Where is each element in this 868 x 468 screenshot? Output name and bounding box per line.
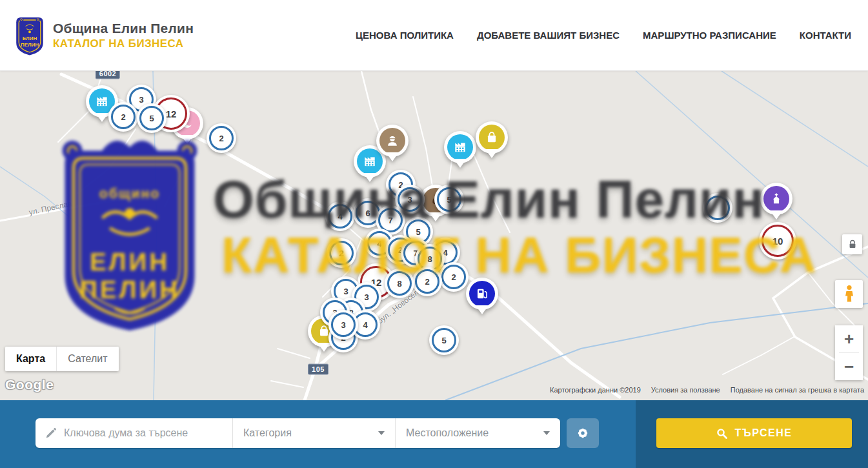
lock-control[interactable] xyxy=(842,234,862,254)
attribution-copyright: Картографски данни ©2019 xyxy=(550,386,641,394)
map-marker-pin-bag[interactable] xyxy=(476,121,508,154)
map-marker-pin-worker[interactable] xyxy=(376,125,409,157)
nav-add-business[interactable]: ДОБАВЕТЕ ВАШИЯТ БИЗНЕС xyxy=(477,30,620,41)
search-button[interactable]: ТЪРСЕНЕ xyxy=(656,418,852,448)
zoom-control: + − xyxy=(835,325,863,380)
search-button-label: ТЪРСЕНЕ xyxy=(735,427,792,439)
google-logo[interactable]: Google xyxy=(5,377,54,392)
map-marker-pin-factory[interactable] xyxy=(444,131,476,163)
page: ЕЛИН ПЕЛИН Община Елин Пелин КАТАЛОГ НА … xyxy=(0,0,868,468)
chevron-down-icon xyxy=(543,431,550,435)
search-fields: Категория Местоположение xyxy=(35,418,560,448)
map-marker-cluster[interactable]: 5 xyxy=(137,103,167,133)
nav-route-schedule[interactable]: МАРШРУТНО РАЗПИСАНИЕ xyxy=(643,30,776,41)
lock-icon xyxy=(848,239,857,250)
location-select-value: Местоположение xyxy=(406,427,489,439)
map-marker-cluster[interactable]: 5 xyxy=(429,325,459,355)
map-marker-cluster[interactable]: 2 xyxy=(327,238,356,268)
map-marker-cluster[interactable]: 5 xyxy=(434,185,464,214)
brand-title: Община Елин Пелин xyxy=(53,21,194,36)
attribution-terms-link[interactable]: Условия за ползване xyxy=(651,386,720,394)
map-attribution: Картографски данни ©2019 Условия за полз… xyxy=(550,386,864,394)
map-marker-cluster[interactable]: 3 xyxy=(328,310,358,340)
keyword-input[interactable] xyxy=(64,427,225,439)
map-marker-pin-church[interactable] xyxy=(760,183,792,215)
attribution-report-link[interactable]: Подаване на сигнал за грешка в картата xyxy=(731,386,864,394)
nav-pricing-policy[interactable]: ЦЕНОВА ПОЛИТИКА xyxy=(356,30,454,41)
map-marker-cluster[interactable]: 10 xyxy=(759,222,796,259)
map-type-map-button[interactable]: Карта xyxy=(5,347,57,371)
location-select[interactable]: Местоположение xyxy=(395,418,560,448)
map-type-control: Карта Сателит xyxy=(5,347,119,371)
nav-contacts[interactable]: КОНТАКТИ xyxy=(800,30,851,41)
map-type-satellite-button[interactable]: Сателит xyxy=(57,347,118,371)
map-marker-cluster[interactable]: 2 xyxy=(412,267,442,296)
gear-icon xyxy=(576,426,590,440)
svg-text:ЕЛИН: ЕЛИН xyxy=(23,36,37,41)
brand-subtitle: КАТАЛОГ НА БИЗНЕСА xyxy=(53,37,194,50)
road-shield-label: 105 xyxy=(308,364,328,375)
site-header: ЕЛИН ПЕЛИН Община Елин Пелин КАТАЛОГ НА … xyxy=(0,0,868,71)
category-select-value: Категория xyxy=(243,427,292,439)
zoom-in-button[interactable]: + xyxy=(835,325,863,352)
map-marker-cluster[interactable]: 8 xyxy=(385,269,414,298)
search-panel: ТЪРСЕНЕ xyxy=(636,400,868,468)
map-marker-cluster[interactable]: 2 xyxy=(207,123,236,153)
brand-text: Община Елин Пелин КАТАЛОГ НА БИЗНЕСА xyxy=(53,21,194,50)
search-icon xyxy=(716,428,727,439)
advanced-settings-button[interactable] xyxy=(567,418,599,448)
search-bar: Категория Местоположение ТЪРСЕНЕ xyxy=(0,400,868,468)
pencil-icon xyxy=(45,427,57,440)
brand[interactable]: ЕЛИН ПЕЛИН Община Елин Пелин КАТАЛОГ НА … xyxy=(14,15,194,56)
pegman-icon xyxy=(842,284,856,304)
map-canvas[interactable]: 6002105 ул. Преславбул. „Новосел 3122522… xyxy=(0,71,868,400)
zoom-out-button[interactable]: − xyxy=(835,353,863,380)
keyword-field xyxy=(35,418,232,448)
road-shield-label: 6002 xyxy=(96,71,120,79)
map-marker-cluster[interactable]: 2 xyxy=(108,102,138,132)
map-marker-cluster[interactable] xyxy=(703,193,732,223)
map-marker-cluster[interactable]: 4 xyxy=(325,201,355,231)
svg-text:ПЕЛИН: ПЕЛИН xyxy=(21,41,39,47)
map-marker-pin-fuel[interactable] xyxy=(466,278,498,310)
map-marker-cluster[interactable]: 2 xyxy=(439,262,469,292)
main-nav: ЦЕНОВА ПОЛИТИКА ДОБАВЕТЕ ВАШИЯТ БИЗНЕС М… xyxy=(356,30,851,41)
category-select[interactable]: Категория xyxy=(232,418,395,448)
street-view-pegman[interactable] xyxy=(835,280,863,308)
chevron-down-icon xyxy=(378,431,385,435)
municipality-logo-icon: ЕЛИН ПЕЛИН xyxy=(14,15,45,56)
